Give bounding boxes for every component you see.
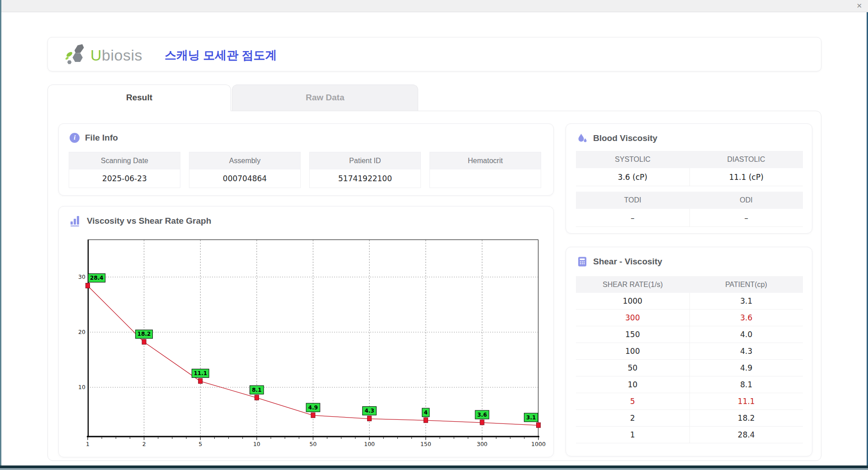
calculator-icon: [577, 256, 588, 267]
col-shear-rate: SHEAR RATE(1/s): [576, 276, 689, 293]
shear-viscosity-row: 1004.3: [576, 343, 803, 360]
file-info-field-scanning-date: Scanning Date2025-06-23: [69, 152, 180, 188]
bv-header-systolic: SYSTOLIC: [576, 151, 689, 168]
shear-viscosity-row: 108.1: [576, 376, 803, 393]
bv-header-odi: ODI: [689, 192, 803, 209]
field-label-assembly: Assembly: [189, 152, 300, 169]
shear-rate-cell: 1: [576, 427, 690, 443]
patient-viscosity-cell: 18.2: [690, 410, 803, 427]
tab-result[interactable]: Result: [47, 85, 231, 111]
blood-viscosity-table: SYSTOLICDIASTOLIC3.6 (cP)11.1 (cP)TODIOD…: [576, 151, 803, 232]
shear-rate-cell: 5: [576, 393, 690, 410]
blood-viscosity-values: ––: [576, 209, 803, 227]
ubiosis-logo-icon: [65, 43, 89, 67]
data-point-marker: [368, 416, 372, 421]
field-value-patient-id: 51741922100: [310, 169, 420, 188]
file-info-field-assembly: Assembly000704864: [189, 152, 301, 188]
ubiosis-logo: Ubiosis: [65, 43, 142, 67]
x-tick-label: 10: [253, 441, 260, 447]
x-tick-label: 50: [310, 441, 317, 447]
graph-header: Viscosity vs Shear Rate Graph: [70, 216, 211, 226]
shear-viscosity-header: Shear - Viscosity: [577, 256, 662, 267]
y-tick-label: 30: [78, 273, 85, 280]
window-border-left: [0, 0, 1, 470]
result-panel: i File Info Scanning Date2025-06-23Assem…: [47, 111, 821, 461]
bv-value-systolic: 3.6 (cP): [576, 168, 690, 186]
x-tick-label: 2: [142, 441, 146, 447]
file-info-header: i File Info: [70, 133, 118, 143]
bv-header-diastolic: DIASTOLIC: [689, 151, 803, 168]
x-tick-label: 300: [476, 441, 487, 447]
data-point-marker: [255, 395, 259, 400]
blood-viscosity-headers: TODIODI: [576, 192, 803, 209]
data-point-marker: [311, 413, 315, 418]
info-icon: i: [70, 133, 80, 143]
shear-viscosity-row: 1504.0: [576, 326, 803, 343]
field-label-hematocrit: Hematocrit: [430, 152, 541, 169]
x-tick-label: 100: [364, 441, 375, 447]
field-value-scanning-date: 2025-06-23: [69, 169, 180, 188]
window-border-bottom-edge: [0, 468, 868, 470]
data-point-label: 3.1: [526, 414, 536, 421]
ubiosis-logo-text: Ubiosis: [90, 47, 142, 64]
shear-viscosity-row: 504.9: [576, 360, 803, 376]
shear-viscosity-title: Shear - Viscosity: [593, 257, 662, 267]
bv-value-todi: –: [576, 209, 690, 227]
y-tick-label: 20: [78, 329, 85, 335]
bv-value-odi: –: [690, 209, 803, 227]
shear-viscosity-row: 3003.6: [576, 310, 803, 326]
shear-viscosity-row: 10003.1: [576, 293, 803, 310]
shear-rate-cell: 1000: [576, 293, 690, 310]
data-point-label: 8.1: [252, 387, 261, 393]
data-point-label: 4.3: [364, 408, 374, 414]
tab-raw-data[interactable]: Raw Data: [232, 85, 418, 111]
data-point-marker: [480, 420, 484, 425]
field-label-patient-id: Patient ID: [310, 152, 420, 169]
shear-rate-cell: 2: [576, 410, 690, 427]
field-label-scanning-date: Scanning Date: [69, 152, 180, 169]
shear-rate-cell: 50: [576, 360, 690, 376]
shear-viscosity-table: SHEAR RATE(1/s) PATIENT(cp) 10003.13003.…: [576, 276, 803, 443]
patient-viscosity-cell: 3.1: [690, 293, 803, 310]
graph-card: Viscosity vs Shear Rate Graph 1251050100…: [58, 206, 554, 457]
blood-viscosity-header: Blood Viscosity: [577, 133, 657, 144]
data-point-label: 4: [424, 409, 428, 416]
file-info-fields: Scanning Date2025-06-23Assembly000704864…: [69, 152, 541, 188]
data-point-marker: [537, 423, 541, 428]
x-tick-label: 1000: [531, 441, 546, 447]
bv-header-todi: TODI: [576, 192, 689, 209]
blood-viscosity-title: Blood Viscosity: [593, 133, 657, 143]
graph-title: Viscosity vs Shear Rate Graph: [87, 216, 211, 226]
shear-rate-cell: 100: [576, 343, 690, 360]
file-info-field-hematocrit: Hematocrit: [429, 152, 541, 188]
shear-viscosity-row: 128.4: [576, 427, 803, 443]
shear-viscosity-row: 511.1: [576, 393, 803, 410]
x-tick-label: 150: [420, 441, 431, 447]
blood-viscosity-values: 3.6 (cP)11.1 (cP): [576, 168, 803, 186]
blood-viscosity-group: TODIODI––: [576, 192, 803, 227]
tab-raw-data-label: Raw Data: [306, 93, 344, 102]
data-point-label: 11.1: [193, 370, 207, 376]
field-value-assembly: 000704864: [189, 169, 300, 188]
patient-viscosity-cell: 4.3: [690, 343, 803, 360]
window-close-icon[interactable]: ✕: [856, 2, 862, 10]
data-point-label: 4.9: [308, 404, 318, 411]
data-point-marker: [86, 283, 90, 288]
patient-viscosity-cell: 8.1: [690, 376, 803, 393]
data-point-marker: [198, 379, 203, 384]
y-tick-label: 10: [78, 384, 85, 390]
blood-viscosity-card: Blood Viscosity SYSTOLICDIASTOLIC3.6 (cP…: [566, 123, 812, 234]
data-point-label: 3.6: [477, 412, 487, 418]
blood-viscosity-group: SYSTOLICDIASTOLIC3.6 (cP)11.1 (cP): [576, 151, 803, 186]
viscosity-shear-rate-chart: 1251050100150300100010203028.418.211.18.…: [70, 235, 549, 451]
field-value-hematocrit: [430, 169, 541, 188]
shear-viscosity-table-body: 10003.13003.61504.01004.3504.9108.1511.1…: [576, 293, 803, 443]
patient-viscosity-cell: 4.0: [690, 326, 803, 343]
shear-viscosity-card: Shear - Viscosity SHEAR RATE(1/s) PATIEN…: [566, 247, 812, 456]
x-tick-label: 5: [198, 441, 202, 447]
tab-result-label: Result: [126, 93, 152, 102]
patient-viscosity-cell: 3.6: [690, 310, 803, 326]
shear-rate-cell: 150: [576, 326, 690, 343]
shear-rate-cell: 10: [576, 376, 690, 393]
droplets-icon: [577, 133, 588, 144]
